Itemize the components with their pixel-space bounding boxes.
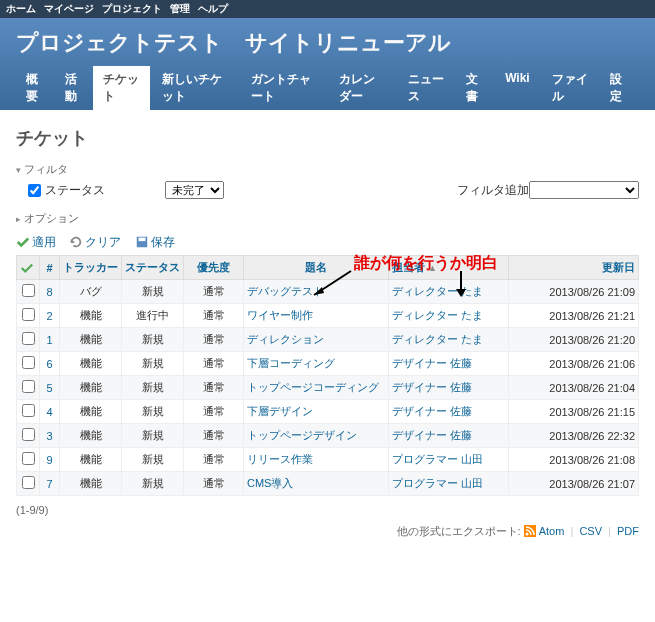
issue-subject-link[interactable]: ワイヤー制作 [247, 309, 313, 321]
table-row[interactable]: 9機能新規通常リリース作業プログラマー 山田2013/08/26 21:08 [17, 448, 639, 472]
top-menu-link[interactable]: ヘルプ [198, 3, 228, 14]
table-row[interactable]: 6機能新規通常下層コーディングデザイナー 佐藤2013/08/26 21:06 [17, 352, 639, 376]
issue-subject-link[interactable]: ディレクション [247, 333, 324, 345]
issue-assignee-link[interactable]: プログラマー 山田 [392, 477, 483, 489]
cell-priority: 通常 [184, 424, 244, 448]
row-checkbox[interactable] [22, 452, 35, 465]
save-button[interactable]: 保存 [135, 235, 175, 249]
issue-id-link[interactable]: 8 [46, 286, 52, 298]
main-menu: 概要活動チケット新しいチケットガントチャートカレンダーニュース文書Wikiファイ… [16, 66, 639, 110]
row-checkbox[interactable] [22, 428, 35, 441]
issue-subject-link[interactable]: 下層コーディング [247, 357, 335, 369]
top-menu-link[interactable]: マイページ [44, 3, 94, 14]
cell-tracker: 機能 [60, 304, 122, 328]
main-menu-tab[interactable]: 概要 [16, 66, 53, 110]
cell-updated: 2013/08/26 21:06 [509, 352, 639, 376]
filter-status-checkbox[interactable] [28, 184, 41, 197]
issue-id-link[interactable]: 4 [46, 406, 52, 418]
main-menu-tab[interactable]: 新しいチケット [152, 66, 239, 110]
filters-toggle[interactable]: フィルタ [16, 162, 68, 177]
cell-tracker: 機能 [60, 448, 122, 472]
cell-tracker: 機能 [60, 352, 122, 376]
issue-subject-link[interactable]: 下層デザイン [247, 405, 313, 417]
main-menu-tab[interactable]: 文書 [456, 66, 493, 110]
issue-subject-link[interactable]: トップページコーディング [247, 381, 379, 393]
cell-priority: 通常 [184, 328, 244, 352]
top-menu-link[interactable]: 管理 [170, 3, 190, 14]
issue-assignee-link[interactable]: デザイナー 佐藤 [392, 405, 472, 417]
clear-button[interactable]: クリア [69, 235, 124, 249]
cell-updated: 2013/08/26 21:09 [509, 280, 639, 304]
col-updated[interactable]: 更新日 [602, 261, 635, 273]
issue-id-link[interactable]: 1 [46, 334, 52, 346]
export-csv[interactable]: CSV [579, 525, 602, 537]
top-menu-link[interactable]: ホーム [6, 3, 36, 14]
check-all-icon[interactable] [20, 261, 34, 275]
issue-assignee-link[interactable]: ディレクター たま [392, 333, 483, 345]
filter-status-label: ステータス [45, 182, 105, 199]
apply-button[interactable]: 適用 [16, 235, 59, 249]
issue-id-link[interactable]: 3 [46, 430, 52, 442]
issue-assignee-link[interactable]: プログラマー 山田 [392, 453, 483, 465]
issue-id-link[interactable]: 7 [46, 478, 52, 490]
issue-subject-link[interactable]: CMS導入 [247, 477, 293, 489]
main-menu-tab[interactable]: ガントチャート [241, 66, 328, 110]
export-pdf[interactable]: PDF [617, 525, 639, 537]
row-checkbox[interactable] [22, 332, 35, 345]
row-checkbox[interactable] [22, 476, 35, 489]
cell-status: 新規 [122, 448, 184, 472]
issue-assignee-link[interactable]: デザイナー 佐藤 [392, 357, 472, 369]
col-tracker[interactable]: トラッカー [63, 261, 118, 273]
row-checkbox[interactable] [22, 356, 35, 369]
cell-updated: 2013/08/26 21:04 [509, 376, 639, 400]
row-checkbox[interactable] [22, 284, 35, 297]
col-priority[interactable]: 優先度 [197, 261, 230, 273]
issue-assignee-link[interactable]: ディレクター たま [392, 309, 483, 321]
issue-id-link[interactable]: 9 [46, 454, 52, 466]
pagination: (1-9/9) [16, 504, 639, 516]
col-subject[interactable]: 題名 [305, 261, 327, 273]
page-heading: チケット [16, 126, 639, 150]
other-formats: 他の形式にエクスポート: Atom | CSV | PDF [16, 524, 639, 539]
row-checkbox[interactable] [22, 404, 35, 417]
issue-assignee-link[interactable]: デザイナー 佐藤 [392, 429, 472, 441]
issue-id-link[interactable]: 5 [46, 382, 52, 394]
table-row[interactable]: 2機能進行中通常ワイヤー制作ディレクター たま2013/08/26 21:21 [17, 304, 639, 328]
table-row[interactable]: 7機能新規通常CMS導入プログラマー 山田2013/08/26 21:07 [17, 472, 639, 496]
issue-subject-link[interactable]: トップページデザイン [247, 429, 357, 441]
issues-table: # トラッカー ステータス 優先度 題名 担当者 ▲ 更新日 8バグ新規通常デバ… [16, 255, 639, 496]
row-checkbox[interactable] [22, 308, 35, 321]
main-menu-tab[interactable]: 設定 [600, 66, 637, 110]
table-row[interactable]: 4機能新規通常下層デザインデザイナー 佐藤2013/08/26 21:15 [17, 400, 639, 424]
add-filter-select[interactable] [529, 181, 639, 199]
row-checkbox[interactable] [22, 380, 35, 393]
main-menu-tab[interactable]: ファイル [542, 66, 599, 110]
issue-assignee-link[interactable]: デザイナー 佐藤 [392, 381, 472, 393]
col-status[interactable]: ステータス [125, 261, 180, 273]
cell-tracker: 機能 [60, 400, 122, 424]
export-atom[interactable]: Atom [539, 525, 565, 537]
table-row[interactable]: 1機能新規通常ディレクションディレクター たま2013/08/26 21:20 [17, 328, 639, 352]
options-toggle[interactable]: オプション [16, 211, 79, 226]
table-row[interactable]: 8バグ新規通常デバッグテストディレクター たま2013/08/26 21:09 [17, 280, 639, 304]
main-menu-tab[interactable]: ニュース [398, 66, 455, 110]
table-row[interactable]: 3機能新規通常トップページデザインデザイナー 佐藤2013/08/26 22:3… [17, 424, 639, 448]
col-check[interactable] [17, 256, 40, 280]
cell-status: 新規 [122, 376, 184, 400]
issue-subject-link[interactable]: リリース作業 [247, 453, 313, 465]
cell-updated: 2013/08/26 21:07 [509, 472, 639, 496]
issue-subject-link[interactable]: デバッグテスト [247, 285, 324, 297]
main-menu-tab[interactable]: カレンダー [329, 66, 396, 110]
table-row[interactable]: 5機能新規通常トップページコーディングデザイナー 佐藤2013/08/26 21… [17, 376, 639, 400]
col-id[interactable]: # [46, 262, 52, 274]
main-menu-tab[interactable]: Wiki [495, 66, 540, 90]
issue-id-link[interactable]: 2 [46, 310, 52, 322]
filter-status-operator[interactable]: 未完了 [165, 181, 224, 199]
top-menu-link[interactable]: プロジェクト [102, 3, 162, 14]
issue-assignee-link[interactable]: ディレクター たま [392, 285, 483, 297]
issue-id-link[interactable]: 6 [46, 358, 52, 370]
header: プロジェクトテスト サイトリニューアル 概要活動チケット新しいチケットガントチャ… [0, 18, 655, 110]
cell-status: 新規 [122, 424, 184, 448]
main-menu-tab[interactable]: 活動 [55, 66, 92, 110]
main-menu-tab[interactable]: チケット [93, 66, 150, 110]
